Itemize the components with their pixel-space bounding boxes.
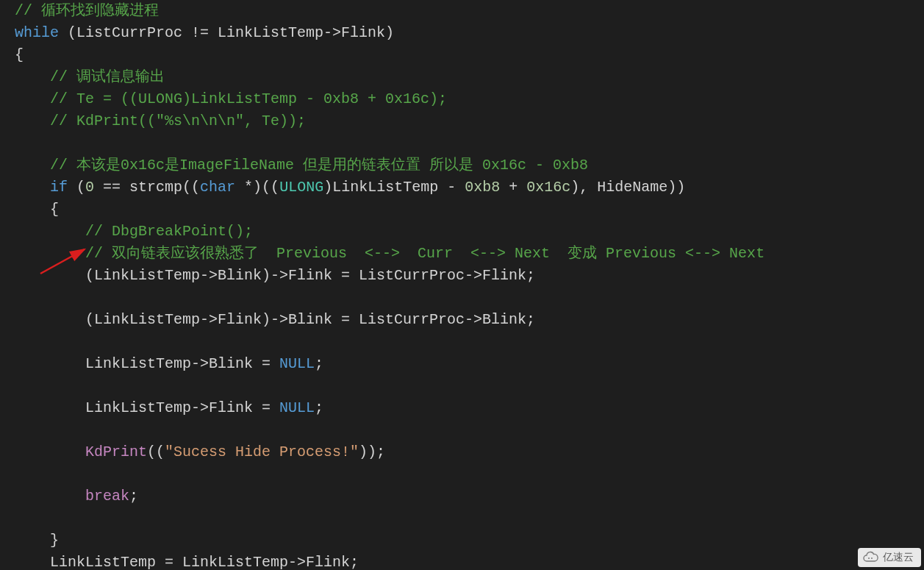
code-text: ), HideName)) [570, 179, 685, 196]
brace: { [15, 46, 24, 63]
code-text: == strcmp(( [94, 179, 200, 196]
code-text: (ListCurrProc != LinkListTemp->Flink) [59, 24, 394, 41]
token-keyword: while [15, 24, 59, 41]
code-text: ; [315, 399, 323, 416]
token-number: 0xb8 [465, 179, 500, 196]
code-text: (LinkListTemp->Blink)->Flink = ListCurrP… [85, 267, 535, 284]
token-function: KdPrint [85, 443, 147, 460]
brace: } [50, 532, 59, 549]
code-line-comment: // 循环找到隐藏进程 [15, 2, 159, 19]
code-line-comment: // Te = ((ULONG)LinkListTemp - 0xb8 + 0x… [50, 90, 447, 107]
code-text: LinkListTemp->Flink = [85, 399, 279, 416]
code-text: LinkListTemp->Blink = [85, 355, 279, 372]
token-number: 0 [85, 179, 94, 196]
token-keyword: char [200, 179, 235, 196]
code-block: // 循环找到隐藏进程 while (ListCurrProc != LinkL… [0, 0, 924, 570]
code-text: ( [68, 179, 85, 196]
token-null: NULL [279, 399, 315, 416]
code-text: + [500, 179, 526, 196]
token-type: ULONG [279, 179, 323, 196]
brace: { [50, 201, 59, 218]
svg-point-1 [868, 557, 870, 559]
code-line-comment: // 本该是0x16c是ImageFileName 但是用的链表位置 所以是 0… [50, 157, 588, 174]
token-keyword: break [85, 488, 129, 505]
code-line-comment: // 双向链表应该很熟悉了 Previous <--> Curr <--> Ne… [85, 245, 764, 262]
code-text: )LinkListTemp - [323, 179, 465, 196]
token-keyword: if [50, 179, 68, 196]
code-text: ; [129, 488, 138, 505]
token-number: 0x16c [526, 179, 570, 196]
token-null: NULL [279, 355, 315, 372]
code-text: (( [147, 443, 165, 460]
cloud-icon [862, 551, 878, 564]
code-text: )); [359, 443, 385, 460]
code-text: (LinkListTemp->Flink)->Blink = ListCurrP… [85, 311, 535, 328]
watermark-text: 亿速云 [883, 551, 914, 564]
code-text: *)(( [235, 179, 279, 196]
code-text: LinkListTemp = LinkListTemp->Flink; [50, 554, 359, 570]
watermark-badge: 亿速云 [858, 548, 921, 567]
code-line-comment: // KdPrint(("%s\n\n\n", Te)); [50, 113, 306, 129]
svg-point-2 [871, 557, 873, 559]
code-text: ; [315, 355, 323, 372]
code-line-comment: // 调试信息输出 [50, 68, 165, 85]
token-string: "Sucess Hide Process!" [165, 443, 359, 460]
code-line-comment: // DbgBreakPoint(); [85, 223, 253, 240]
